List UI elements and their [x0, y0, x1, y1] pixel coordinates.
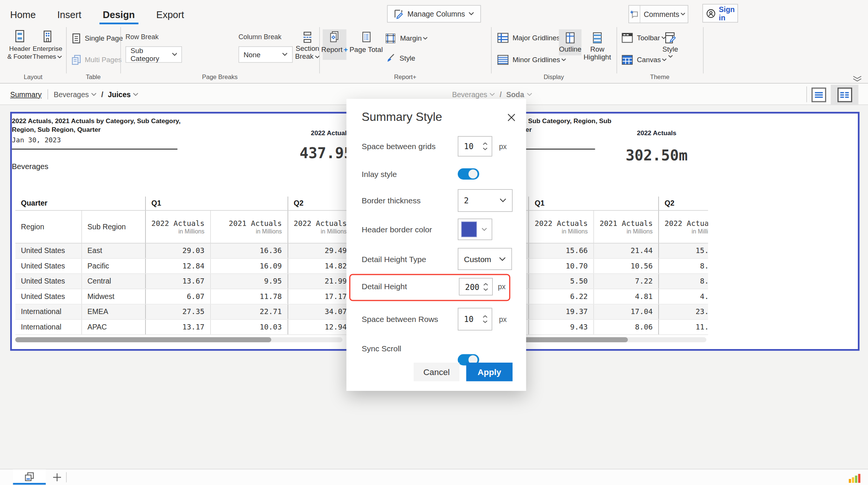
single-view-icon	[815, 90, 824, 99]
row-break-select[interactable]: Sub Category	[125, 46, 182, 63]
collapse-ribbon-button[interactable]	[852, 76, 862, 82]
enterprise-themes-icon	[41, 30, 54, 44]
split-view-selected-bg	[831, 85, 859, 105]
group-label-page-breaks: Page Breaks	[121, 73, 319, 80]
left-grid-title: 2022 Actuals, 2021 Actuals by Category, …	[12, 117, 182, 134]
close-button[interactable]	[505, 111, 518, 124]
spinner-down-icon[interactable]	[483, 320, 488, 323]
row-highlight-label-1: Row	[590, 46, 605, 53]
row-highlight-label-2: Highlight	[584, 54, 611, 61]
major-gridlines-icon	[497, 32, 509, 44]
tab-summary[interactable]: Summary	[10, 88, 41, 101]
tab-home[interactable]: Home	[8, 9, 38, 22]
sign-in-button[interactable]: Sign in	[703, 4, 738, 23]
minor-gridlines-button[interactable]: Minor Gridlines	[497, 54, 567, 66]
enterprise-themes-button[interactable]: Enterprise Themes	[32, 30, 63, 61]
minor-gridlines-label: Minor Gridlines	[513, 56, 560, 64]
pages-divider	[66, 472, 67, 482]
major-gridlines-button[interactable]: Major Gridlines	[497, 32, 567, 44]
inlay-style-toggle[interactable]	[458, 168, 479, 180]
report-plus-label: Report	[321, 46, 342, 54]
theme-style-button[interactable]: Style	[659, 32, 682, 58]
manage-columns-button[interactable]: Manage Columns	[387, 5, 481, 23]
close-icon	[507, 114, 515, 122]
page-total-button[interactable]: Page Total	[350, 31, 382, 54]
inforiver-logo[interactable]	[849, 473, 861, 483]
page-tab-active[interactable]	[13, 470, 46, 484]
chevron-down-icon	[423, 37, 428, 40]
chevron-down-icon[interactable]	[489, 92, 495, 96]
enterprise-themes-label-2: Themes	[33, 53, 56, 61]
column-break-value: None	[244, 50, 261, 58]
group-divider	[121, 27, 121, 73]
view-toggle-divider	[807, 87, 807, 102]
tab-beverages-2[interactable]: Beverages	[452, 90, 487, 99]
chevron-down-icon	[499, 257, 506, 261]
add-page-button[interactable]	[52, 472, 63, 483]
tab-slash: /	[101, 90, 103, 99]
report-style-button[interactable]: Style	[385, 53, 416, 64]
table-row: InternationalEMEA27.3522.7134.07	[15, 304, 396, 319]
spinner-down-icon[interactable]	[483, 288, 489, 291]
sign-in-label: Sign in	[719, 5, 735, 22]
left-grid-category-label: Beverages	[12, 162, 49, 171]
detail-height-unit: px	[498, 282, 506, 291]
tab-juices[interactable]: Juices	[108, 90, 131, 99]
group-label-layout: Layout	[0, 73, 66, 80]
tab-beverages[interactable]: Beverages	[54, 90, 89, 99]
single-view-button[interactable]	[811, 88, 826, 102]
right-grid-kpi-value: 302.50m	[589, 147, 724, 164]
pages-bar	[0, 469, 868, 485]
multi-pages-button[interactable]: Multi Pages	[71, 54, 122, 66]
detail-height-spinner[interactable]: 200	[459, 278, 493, 296]
cancel-button[interactable]: Cancel	[414, 363, 460, 381]
spinner-up-icon[interactable]	[483, 283, 489, 286]
spinner-up-icon[interactable]	[483, 142, 488, 145]
chevron-down-icon	[282, 53, 288, 57]
spinner-up-icon[interactable]	[483, 315, 488, 318]
section-break-button[interactable]: Section Break	[295, 31, 320, 61]
space-between-grids-value: 10	[464, 142, 474, 151]
border-thickness-select[interactable]: 2	[458, 189, 513, 212]
margin-button[interactable]: Margin	[384, 32, 428, 45]
row-highlight-button[interactable]: Row Highlight	[584, 32, 610, 61]
space-between-grids-spinner[interactable]: 10	[458, 136, 492, 157]
single-page-icon	[71, 33, 81, 44]
left-grid-title-underline	[12, 149, 178, 150]
group-label-display: Display	[491, 73, 617, 80]
apply-button[interactable]: Apply	[466, 363, 513, 381]
spinner-down-icon[interactable]	[483, 148, 488, 151]
detail-height-type-select[interactable]: Custom	[458, 248, 512, 270]
chevron-down-icon[interactable]	[526, 92, 532, 96]
split-view-button[interactable]	[837, 87, 852, 102]
left-grid-hscrollbar-thumb[interactable]	[15, 337, 272, 343]
report-plus-button[interactable]: Report+	[323, 31, 347, 54]
chevron-down-icon[interactable]	[133, 92, 139, 96]
outline-icon	[565, 32, 576, 44]
tab-design[interactable]: Design	[101, 9, 137, 22]
header-footer-label-1: Header	[9, 45, 31, 53]
column-break-select[interactable]: None	[238, 46, 293, 63]
page-total-label: Page Total	[350, 46, 383, 54]
chevron-down-icon[interactable]	[91, 92, 97, 96]
chevron-down-icon	[561, 58, 567, 62]
tab-soda[interactable]: Soda	[506, 90, 524, 99]
outline-button[interactable]: Outline	[559, 32, 582, 53]
detail-height-label: Detail Height	[362, 281, 407, 291]
column-break-label: Column Break	[238, 33, 281, 41]
space-between-rows-spinner[interactable]: 10	[458, 308, 492, 331]
comments-button[interactable]: Comments	[628, 5, 688, 23]
col-header: 2022 Actualsin Millions	[529, 210, 593, 243]
group-label-theme: Theme	[617, 73, 703, 80]
q1-header: Q1	[529, 197, 659, 210]
tab-insert[interactable]: Insert	[55, 9, 84, 22]
tab-export[interactable]: Export	[154, 9, 186, 22]
header-footer-button[interactable]: Header & Footer	[7, 30, 33, 61]
table-row: United StatesEast29.0316.3629.49	[15, 243, 396, 258]
row-break-value: Sub Category	[131, 47, 172, 63]
report-plus-plus: +	[344, 46, 348, 54]
detail-height-value: 200	[465, 282, 480, 291]
header-border-color-picker[interactable]	[458, 219, 492, 240]
table-row: InternationalAPAC13.1710.0312.94	[15, 319, 396, 335]
single-page-button[interactable]: Single Page	[71, 33, 123, 44]
